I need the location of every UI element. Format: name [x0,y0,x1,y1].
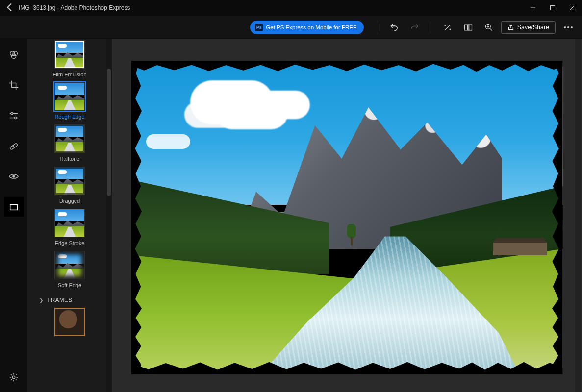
svg-point-12 [12,376,15,379]
rail-borders[interactable] [4,197,24,217]
photo-content [131,61,563,374]
titlebar: IMG_3613.jpg - Adobe Photoshop Express [0,0,582,16]
frames-section-label: FRAMES [48,297,73,303]
top-toolbar: Ps Get PS Express on Mobile for FREE Sav… [0,16,582,39]
more-menu-button[interactable]: ••• [561,24,576,31]
svg-point-5 [13,51,17,56]
compare-button[interactable] [460,19,477,36]
rail-settings[interactable] [0,368,27,387]
svg-point-8 [15,117,17,119]
canvas-area [112,39,582,392]
canvas-scrollbar[interactable] [575,39,581,392]
frames-section-header[interactable]: ❯FRAMES [27,293,112,308]
svg-point-6 [11,54,16,58]
preset-thumbnail [54,82,85,111]
tool-rail [0,39,27,392]
undo-button[interactable] [386,19,403,36]
window-maximize-button[interactable] [543,0,562,16]
panel-scrollbar-thumb[interactable] [107,69,111,196]
save-share-button[interactable]: Save/Share [501,21,556,34]
svg-rect-1 [464,24,467,30]
preset-label: Dragged [59,198,80,204]
frame-preset-thumbnail[interactable] [54,308,85,336]
promo-label: Get PS Express on Mobile for FREE [266,24,356,30]
preset-label: Rough Edge [54,114,84,120]
svg-point-7 [11,112,13,114]
preset-thumbnail [54,167,85,195]
rail-crop[interactable] [4,75,24,95]
svg-rect-0 [551,6,555,10]
rail-adjust[interactable] [4,106,24,125]
border-preset-soft_edge[interactable]: Soft Edge [27,251,112,288]
border-preset-rough_edge[interactable]: Rough Edge [27,82,112,120]
preset-thumbnail [54,251,85,279]
rail-heal[interactable] [4,136,24,156]
image-canvas[interactable] [131,61,563,374]
preset-label: Edge Stroke [55,240,85,246]
toolbar-separator [378,21,378,34]
preset-thumbnail [54,40,85,69]
border-preset-dragged[interactable]: Dragged [27,167,112,204]
window-title: IMG_3613.jpg - Adobe Photoshop Express [19,4,130,11]
svg-point-10 [12,175,15,178]
ps-logo-icon: Ps [255,24,263,31]
border-preset-halftone[interactable]: Halftone [27,124,112,162]
border-preset-film_emulsion[interactable]: Film Emulsion [27,40,112,77]
share-icon [507,24,514,31]
borders-panel: Film EmulsionRough EdgeHalftoneDraggedEd… [27,39,112,392]
preset-label: Soft Edge [58,282,81,288]
toolbar-separator [431,21,431,34]
window-minimize-button[interactable] [523,0,543,16]
svg-rect-11 [10,204,18,210]
preset-thumbnail [54,124,85,153]
window-close-button[interactable] [562,0,582,16]
svg-rect-2 [469,24,472,30]
preset-thumbnail [54,209,85,237]
preset-label: Film Emulsion [52,72,86,77]
rail-redeye[interactable] [4,167,24,186]
save-share-label: Save/Share [517,24,549,31]
chevron-right-icon: ❯ [39,297,44,303]
border-preset-edge_stroke[interactable]: Edge Stroke [27,209,112,246]
preset-label: Halftone [60,156,80,162]
svg-rect-9 [10,143,18,150]
auto-enhance-button[interactable] [439,19,456,36]
promo-pill[interactable]: Ps Get PS Express on Mobile for FREE [250,21,363,34]
back-button[interactable] [4,1,16,15]
zoom-button[interactable] [481,19,497,36]
rail-looks[interactable] [4,45,24,65]
redo-button[interactable] [406,19,423,36]
